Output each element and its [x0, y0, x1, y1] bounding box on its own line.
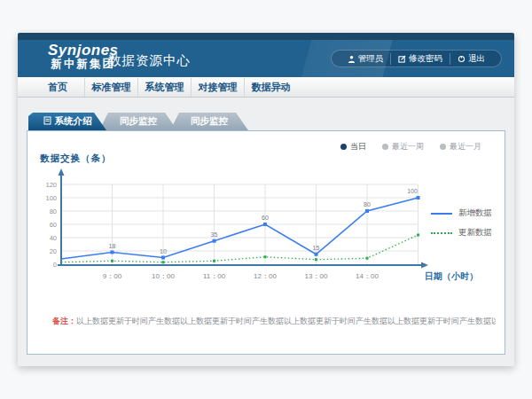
logout-button[interactable]: 退出 [450, 53, 492, 65]
document-icon [43, 116, 51, 127]
svg-text:11：00: 11：00 [203, 272, 226, 280]
svg-text:60: 60 [50, 221, 57, 229]
page-title: 数据资源中心 [108, 52, 191, 69]
radio-dot-icon [340, 144, 347, 150]
logout-label: 退出 [468, 53, 485, 65]
footnote-text: 以上数据更新于时间产生数据以上数据更新于时间产生数据以上数据更新于时间产生数据以… [76, 317, 496, 325]
svg-text:12：00: 12：00 [254, 272, 277, 280]
svg-text:35: 35 [211, 231, 218, 238]
change-password-button[interactable]: 修改密码 [390, 53, 450, 65]
dotted-line-icon [431, 232, 452, 234]
filter-option-last-week[interactable]: 最近一周 [382, 141, 424, 153]
chart-legend: 新增数据 更新数据 [431, 207, 492, 239]
header: Synjones 新中新集团 数据资源中心 管理员 修改密码 退出 [18, 40, 514, 77]
edit-icon [398, 55, 406, 63]
svg-text:60: 60 [262, 215, 269, 221]
time-range-filter: 当日 最近一周 最近一月 [340, 141, 481, 153]
solid-line-icon [431, 213, 452, 215]
chart-panel: 当日 最近一周 最近一月 数据交换（条） 0204060801001209：00… [27, 130, 505, 355]
filter-label: 最近一周 [392, 141, 424, 153]
svg-text:日期（小时）: 日期（小时） [425, 271, 478, 281]
tab-label: 同步监控 [120, 115, 157, 128]
svg-text:13：00: 13：00 [305, 272, 328, 280]
user-menu: 管理员 修改密码 退出 [331, 50, 503, 67]
nav-item-interface-mgmt[interactable]: 对接管理 [191, 78, 244, 97]
svg-text:9：00: 9：00 [103, 272, 122, 280]
current-user-label: 管理员 [358, 53, 384, 65]
svg-text:40: 40 [50, 234, 57, 242]
legend-item-updated-data[interactable]: 更新数据 [431, 227, 492, 239]
legend-label: 新增数据 [458, 207, 492, 219]
main-nav: 首页 标准管理 系统管理 对接管理 数据异动 [18, 77, 514, 98]
legend-label: 更新数据 [458, 227, 492, 239]
content-area: 系统介绍 同步监控 同步监控 当日 最近一周 [18, 98, 514, 366]
filter-option-last-month[interactable]: 最近一月 [440, 141, 481, 153]
svg-text:0: 0 [53, 261, 57, 269]
svg-text:80: 80 [50, 207, 57, 215]
svg-text:14：00: 14：00 [356, 272, 379, 280]
tab-system-intro[interactable]: 系统介绍 [28, 113, 106, 130]
legend-item-new-data[interactable]: 新增数据 [431, 207, 492, 219]
tab-sync-monitor-1[interactable]: 同步监控 [99, 113, 177, 130]
tab-label: 系统介绍 [55, 115, 92, 128]
filter-label: 最近一月 [450, 141, 481, 153]
header-top-strip [18, 33, 514, 40]
current-user-button[interactable]: 管理员 [340, 53, 391, 65]
tab-sync-monitor-2[interactable]: 同步监控 [170, 113, 248, 130]
change-password-label: 修改密码 [409, 53, 442, 65]
power-icon [458, 55, 466, 63]
footnote: 备注：以上数据更新于时间产生数据以上数据更新于时间产生数据以上数据更新于时间产生… [52, 316, 496, 327]
svg-text:80: 80 [364, 201, 371, 207]
svg-text:15: 15 [313, 245, 320, 251]
footnote-prefix: 备注： [52, 317, 76, 325]
nav-item-system-mgmt[interactable]: 系统管理 [137, 78, 191, 97]
svg-text:10: 10 [160, 248, 167, 254]
nav-item-home[interactable]: 首页 [31, 78, 84, 97]
nav-item-data-change[interactable]: 数据异动 [244, 78, 297, 97]
svg-text:18: 18 [109, 243, 116, 249]
radio-dot-icon [382, 144, 388, 150]
svg-text:120: 120 [45, 181, 57, 189]
user-icon [348, 55, 356, 63]
nav-item-standard-mgmt[interactable]: 标准管理 [84, 78, 137, 97]
tab-label: 同步监控 [191, 115, 228, 128]
svg-text:100: 100 [407, 188, 418, 194]
filter-option-today[interactable]: 当日 [340, 141, 366, 153]
svg-text:100: 100 [45, 194, 57, 202]
svg-text:20: 20 [50, 247, 57, 255]
filter-label: 当日 [350, 141, 366, 153]
tab-bar: 系统介绍 同步监控 同步监控 [28, 113, 248, 130]
radio-dot-icon [440, 144, 446, 150]
app-window: Synjones 新中新集团 数据资源中心 管理员 修改密码 退出 [18, 33, 514, 366]
svg-text:10：00: 10：00 [152, 272, 175, 280]
